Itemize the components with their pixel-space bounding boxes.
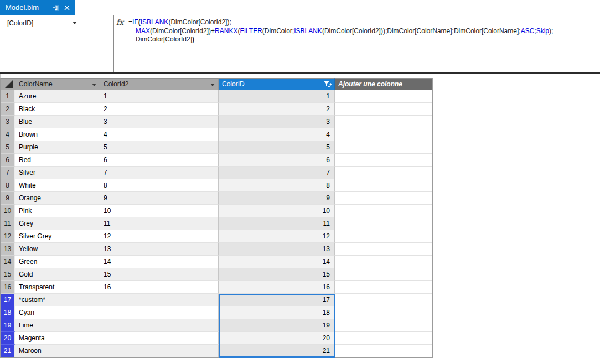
cell-addcolumn-21[interactable] bbox=[335, 345, 432, 357]
cell-colorid2-2[interactable]: 2 bbox=[100, 103, 219, 116]
cell-colorid-10[interactable]: 10 bbox=[219, 205, 335, 217]
cell-colorid2-18[interactable] bbox=[100, 306, 219, 319]
cell-addcolumn-11[interactable] bbox=[335, 217, 432, 230]
cell-addcolumn-2[interactable] bbox=[335, 103, 432, 116]
cell-addcolumn-19[interactable] bbox=[335, 319, 432, 332]
cell-colorid2-15[interactable]: 15 bbox=[100, 268, 219, 281]
row-header-8[interactable]: 8 bbox=[1, 179, 15, 192]
cell-colorid-20[interactable]: 20 bbox=[219, 332, 335, 345]
cell-colorid-13[interactable]: 13 bbox=[219, 243, 335, 256]
cell-colorname-17[interactable]: *custom* bbox=[15, 294, 100, 306]
row-header-2[interactable]: 2 bbox=[1, 103, 15, 116]
cell-colorname-20[interactable]: Magenta bbox=[15, 332, 100, 345]
cell-colorname-9[interactable]: Orange bbox=[15, 192, 100, 205]
cell-colorid-2[interactable]: 2 bbox=[219, 103, 335, 116]
cell-colorid-15[interactable]: 15 bbox=[219, 268, 335, 281]
cell-colorname-15[interactable]: Gold bbox=[15, 268, 100, 281]
close-icon[interactable] bbox=[63, 4, 71, 12]
cell-colorname-16[interactable]: Transparent bbox=[15, 281, 100, 294]
row-header-11[interactable]: 11 bbox=[1, 217, 15, 230]
column-header-name[interactable]: ColorName bbox=[15, 78, 100, 90]
cell-colorname-3[interactable]: Blue bbox=[15, 116, 100, 128]
cell-colorid-19[interactable]: 19 bbox=[219, 319, 335, 332]
cell-colorname-18[interactable]: Cyan bbox=[15, 306, 100, 319]
cell-colorid-9[interactable]: 9 bbox=[219, 192, 335, 205]
cell-colorid-11[interactable]: 11 bbox=[219, 217, 335, 230]
row-header-17[interactable]: 17 bbox=[1, 294, 15, 306]
cell-colorid2-3[interactable]: 3 bbox=[100, 116, 219, 128]
cell-colorid2-21[interactable] bbox=[100, 345, 219, 357]
row-header-4[interactable]: 4 bbox=[1, 128, 15, 141]
row-header-21[interactable]: 21 bbox=[1, 345, 15, 357]
cell-colorname-21[interactable]: Maroon bbox=[15, 345, 100, 357]
row-header-20[interactable]: 20 bbox=[1, 332, 15, 345]
cell-addcolumn-6[interactable] bbox=[335, 154, 432, 167]
cell-colorid-1[interactable]: 1 bbox=[219, 90, 335, 103]
row-header-13[interactable]: 13 bbox=[1, 243, 15, 256]
tab-model-bim[interactable]: Model.bim bbox=[0, 0, 75, 15]
cell-colorname-2[interactable]: Black bbox=[15, 103, 100, 116]
cell-addcolumn-4[interactable] bbox=[335, 128, 432, 141]
column-header-add[interactable]: Ajouter une colonne bbox=[335, 78, 432, 90]
cell-colorname-4[interactable]: Brown bbox=[15, 128, 100, 141]
column-header-id[interactable]: ColorID bbox=[219, 78, 335, 90]
row-header-19[interactable]: 19 bbox=[1, 319, 15, 332]
cell-colorname-7[interactable]: Silver bbox=[15, 167, 100, 179]
cell-colorid-8[interactable]: 8 bbox=[219, 179, 335, 192]
cell-colorid2-5[interactable]: 5 bbox=[100, 141, 219, 154]
cell-colorid2-14[interactable]: 14 bbox=[100, 256, 219, 268]
row-header-12[interactable]: 12 bbox=[1, 230, 15, 243]
name-box[interactable]: [ColorID] bbox=[4, 18, 80, 28]
cell-colorid-21[interactable]: 21 bbox=[219, 345, 335, 357]
cell-colorid-16[interactable]: 16 bbox=[219, 281, 335, 294]
cell-colorid-18[interactable]: 18 bbox=[219, 306, 335, 319]
cell-colorid-17[interactable]: 17 bbox=[219, 294, 335, 306]
cell-colorname-14[interactable]: Green bbox=[15, 256, 100, 268]
row-header-18[interactable]: 18 bbox=[1, 306, 15, 319]
cell-colorid-12[interactable]: 12 bbox=[219, 230, 335, 243]
cell-colorname-19[interactable]: Lime bbox=[15, 319, 100, 332]
cell-colorid2-8[interactable]: 8 bbox=[100, 179, 219, 192]
cell-addcolumn-13[interactable] bbox=[335, 243, 432, 256]
cell-colorname-13[interactable]: Yellow bbox=[15, 243, 100, 256]
cell-colorid2-7[interactable]: 7 bbox=[100, 167, 219, 179]
row-header-6[interactable]: 6 bbox=[1, 154, 15, 167]
cell-addcolumn-20[interactable] bbox=[335, 332, 432, 345]
cell-colorname-8[interactable]: White bbox=[15, 179, 100, 192]
row-header-9[interactable]: 9 bbox=[1, 192, 15, 205]
cell-colorid2-10[interactable]: 10 bbox=[100, 205, 219, 217]
dropdown-icon[interactable] bbox=[210, 84, 215, 86]
cell-addcolumn-16[interactable] bbox=[335, 281, 432, 294]
cell-colorid2-16[interactable]: 16 bbox=[100, 281, 219, 294]
cell-colorid-7[interactable]: 7 bbox=[219, 167, 335, 179]
cell-colorid2-1[interactable]: 1 bbox=[100, 90, 219, 103]
cell-colorname-12[interactable]: Silver Grey bbox=[15, 230, 100, 243]
cell-colorname-5[interactable]: Purple bbox=[15, 141, 100, 154]
cell-addcolumn-14[interactable] bbox=[335, 256, 432, 268]
row-header-7[interactable]: 7 bbox=[1, 167, 15, 179]
cell-colorid-3[interactable]: 3 bbox=[219, 116, 335, 128]
row-header-16[interactable]: 16 bbox=[1, 281, 15, 294]
cell-colorid2-19[interactable] bbox=[100, 319, 219, 332]
cell-addcolumn-9[interactable] bbox=[335, 192, 432, 205]
cell-colorname-11[interactable]: Grey bbox=[15, 217, 100, 230]
row-header-3[interactable]: 3 bbox=[1, 116, 15, 128]
row-header-14[interactable]: 14 bbox=[1, 256, 15, 268]
row-header-5[interactable]: 5 bbox=[1, 141, 15, 154]
cell-addcolumn-8[interactable] bbox=[335, 179, 432, 192]
row-header-10[interactable]: 10 bbox=[1, 205, 15, 217]
cell-addcolumn-18[interactable] bbox=[335, 306, 432, 319]
chevron-down-icon[interactable] bbox=[73, 22, 77, 24]
cell-colorid-4[interactable]: 4 bbox=[219, 128, 335, 141]
cell-colorname-10[interactable]: Pink bbox=[15, 205, 100, 217]
pin-icon[interactable] bbox=[52, 4, 60, 12]
cell-colorid-5[interactable]: 5 bbox=[219, 141, 335, 154]
cell-addcolumn-15[interactable] bbox=[335, 268, 432, 281]
cell-colorid2-20[interactable] bbox=[100, 332, 219, 345]
select-all-corner[interactable] bbox=[1, 78, 15, 90]
row-header-15[interactable]: 15 bbox=[1, 268, 15, 281]
cell-colorid2-13[interactable]: 13 bbox=[100, 243, 219, 256]
cell-addcolumn-1[interactable] bbox=[335, 90, 432, 103]
cell-addcolumn-10[interactable] bbox=[335, 205, 432, 217]
cell-colorid2-4[interactable]: 4 bbox=[100, 128, 219, 141]
